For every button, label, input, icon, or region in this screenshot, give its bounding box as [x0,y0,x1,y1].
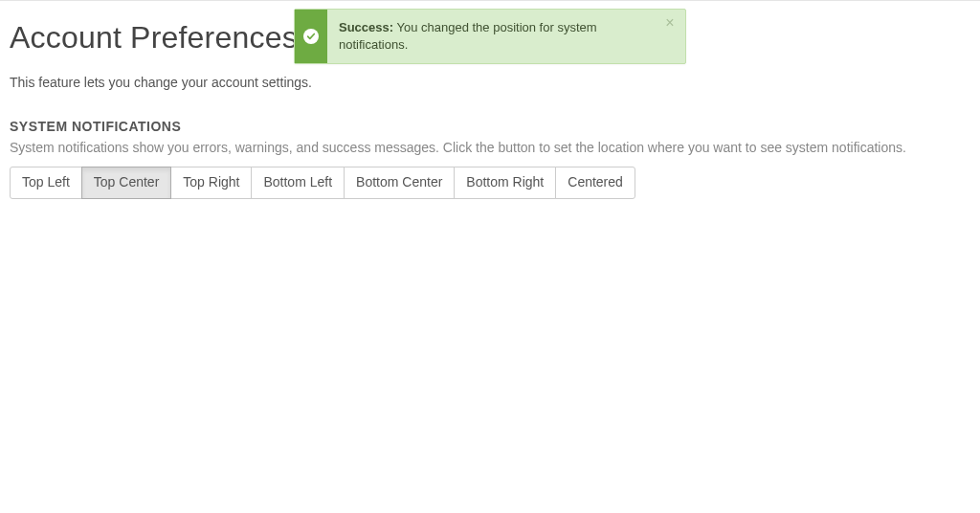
toast-strong: Success: [339,20,393,34]
notification-position-button-group: Top Left Top Center Top Right Bottom Lef… [10,167,970,199]
position-button-bottom-center[interactable]: Bottom Center [344,167,455,199]
position-button-bottom-left[interactable]: Bottom Left [251,167,345,199]
toast-icon-column [295,10,327,63]
success-toast: Success: You changed the position for sy… [294,9,686,64]
position-button-top-left[interactable]: Top Left [10,167,82,199]
close-icon[interactable]: × [662,15,678,31]
page-description: This feature lets you change your accoun… [10,75,970,90]
position-button-top-right[interactable]: Top Right [170,167,252,199]
position-button-bottom-right[interactable]: Bottom Right [454,167,556,199]
position-button-centered[interactable]: Centered [555,167,635,199]
system-notifications-description: System notifications show you errors, wa… [10,140,970,155]
system-notifications-heading: SYSTEM NOTIFICATIONS [10,119,970,134]
checkmark-icon [303,29,319,44]
position-button-top-center[interactable]: Top Center [81,167,171,199]
toast-body: Success: You changed the position for sy… [327,10,685,63]
